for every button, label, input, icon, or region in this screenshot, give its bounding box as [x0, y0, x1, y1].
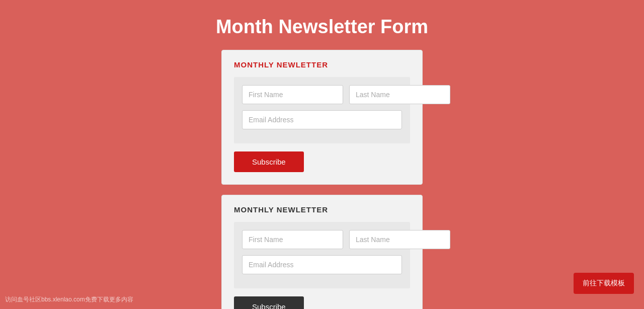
- form2-name-row: [242, 230, 402, 249]
- form2-header: MONTHLY NEWLETTER: [234, 205, 410, 214]
- download-template-button[interactable]: 前往下载模板: [574, 273, 634, 294]
- watermark-text: 访问血号社区bbs.xlenlao.com免费下载更多内容: [5, 295, 133, 304]
- form1-header: MONTHLY NEWLETTER: [234, 60, 410, 69]
- form2-email-row: [242, 255, 402, 274]
- form1-first-name[interactable]: [242, 85, 343, 104]
- form-card-2: MONTHLY NEWLETTER Subscribe: [221, 195, 423, 309]
- form2-first-name[interactable]: [242, 230, 343, 249]
- form1-email-row: [242, 110, 402, 129]
- form1-last-name[interactable]: [349, 85, 450, 104]
- form2-email[interactable]: [242, 255, 402, 274]
- page-title: Month Newsletter Form: [0, 0, 644, 50]
- form2-subscribe-button[interactable]: Subscribe: [234, 296, 304, 309]
- form1-email[interactable]: [242, 110, 402, 129]
- form1-subscribe-button[interactable]: Subscribe: [234, 151, 304, 172]
- form2-last-name[interactable]: [349, 230, 450, 249]
- form-card-1: MONTHLY NEWLETTER Subscribe: [221, 50, 423, 185]
- form1-name-row: [242, 85, 402, 104]
